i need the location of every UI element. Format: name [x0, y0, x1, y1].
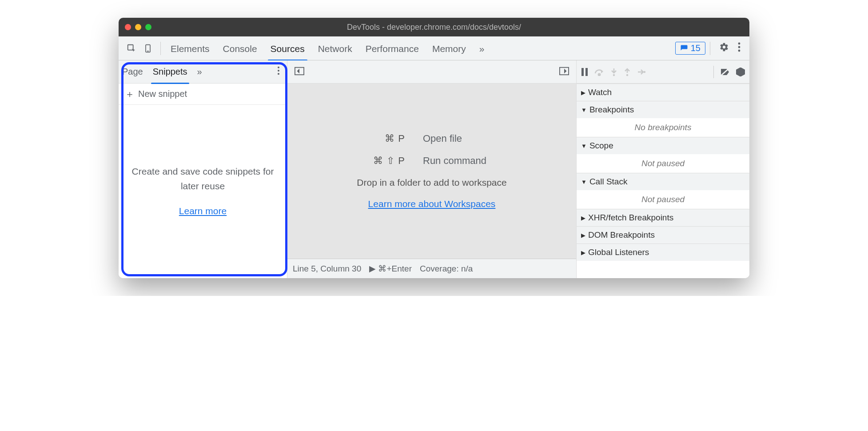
- snippets-empty-text: Create and save code snippets for later …: [131, 164, 275, 193]
- issues-button[interactable]: 15: [675, 42, 705, 55]
- devtools-toolbar: Elements Console Sources Network Perform…: [119, 36, 749, 60]
- run-shortcut[interactable]: ▶ ⌘+Enter: [369, 263, 412, 274]
- titlebar: DevTools - developer.chrome.com/docs/dev…: [119, 18, 749, 36]
- svg-point-13: [598, 73, 600, 75]
- svg-point-5: [738, 50, 741, 52]
- sidebar-kebab-icon[interactable]: [274, 64, 283, 79]
- devtools-window: DevTools - developer.chrome.com/docs/dev…: [119, 18, 749, 278]
- workspace-drop-hint: Drop in a folder to add to workspace: [357, 177, 506, 188]
- svg-point-3: [738, 43, 741, 45]
- snippets-empty-state: Create and save code snippets for later …: [119, 105, 287, 278]
- step-over-icon[interactable]: [594, 68, 604, 76]
- shortcut-desc: Run command: [423, 155, 521, 167]
- debugger-pane: ▶Watch ▼Breakpoints No breakpoints ▼Scop…: [576, 60, 749, 278]
- svg-point-4: [738, 46, 741, 48]
- shortcut-keys: ⌘ ⇧ P: [343, 155, 405, 167]
- shortcut-runcommand: ⌘ ⇧ P Run command: [343, 155, 521, 167]
- section-callstack[interactable]: ▼Call Stack: [577, 173, 749, 190]
- shortcut-desc: Open file: [423, 133, 521, 144]
- tab-elements[interactable]: Elements: [171, 38, 210, 59]
- svg-point-14: [613, 74, 615, 76]
- svg-point-7: [278, 70, 279, 72]
- sources-sidebar: Page Snippets » ＋ New snippet Create and…: [119, 60, 287, 278]
- close-icon[interactable]: [125, 24, 131, 30]
- deactivate-breakpoints-icon[interactable]: [720, 68, 730, 76]
- svg-point-15: [626, 74, 628, 76]
- callstack-empty: Not paused: [577, 190, 749, 209]
- window-title: DevTools - developer.chrome.com/docs/dev…: [119, 23, 749, 32]
- maximize-icon[interactable]: [145, 24, 151, 30]
- section-breakpoints[interactable]: ▼Breakpoints: [577, 101, 749, 118]
- nav-back-icon[interactable]: [292, 65, 307, 79]
- pause-icon[interactable]: [581, 68, 588, 76]
- section-watch[interactable]: ▶Watch: [577, 84, 749, 101]
- svg-rect-19: [740, 70, 741, 72]
- section-scope[interactable]: ▼Scope: [577, 137, 749, 154]
- sidebar-more-tabs-icon[interactable]: »: [197, 67, 202, 77]
- sidebar-tab-page[interactable]: Page: [122, 61, 143, 82]
- nav-forward-icon[interactable]: [557, 65, 572, 79]
- workspace-learn-more-link[interactable]: Learn more about Workspaces: [368, 199, 496, 209]
- editor-footer: Line 5, Column 30 ▶ ⌘+Enter Coverage: n/…: [287, 259, 576, 278]
- sidebar-tab-snippets[interactable]: Snippets: [153, 61, 187, 82]
- issues-count: 15: [691, 43, 701, 53]
- svg-rect-11: [581, 68, 584, 76]
- section-xhr-breakpoints[interactable]: ▶XHR/fetch Breakpoints: [577, 209, 749, 226]
- more-tabs-icon[interactable]: »: [479, 38, 485, 59]
- tab-sources[interactable]: Sources: [271, 38, 305, 59]
- svg-rect-12: [585, 68, 588, 76]
- step-out-icon[interactable]: [624, 68, 631, 76]
- svg-point-16: [644, 71, 645, 72]
- svg-rect-20: [740, 73, 741, 75]
- more-menu-icon[interactable]: [733, 40, 745, 57]
- scope-empty: Not paused: [577, 154, 749, 173]
- pause-exceptions-icon[interactable]: [736, 68, 745, 76]
- svg-point-6: [278, 67, 279, 68]
- minimize-icon[interactable]: [135, 24, 141, 30]
- settings-icon[interactable]: [715, 40, 733, 57]
- editor-tabstrip: [287, 60, 576, 84]
- panel-tabs: Elements Console Sources Network Perform…: [171, 38, 484, 59]
- sidebar-tabs: Page Snippets »: [119, 60, 287, 84]
- section-dom-breakpoints[interactable]: ▶DOM Breakpoints: [577, 226, 749, 243]
- debugger-toolbar: [577, 60, 749, 84]
- step-into-icon[interactable]: [610, 68, 617, 76]
- snippets-learn-more-link[interactable]: Learn more: [179, 204, 227, 219]
- inspect-element-icon[interactable]: [123, 41, 140, 56]
- breakpoints-empty: No breakpoints: [577, 118, 749, 137]
- tab-memory[interactable]: Memory: [432, 38, 466, 59]
- new-snippet-label: New snippet: [138, 89, 187, 99]
- tab-performance[interactable]: Performance: [366, 38, 419, 59]
- traffic-lights: [125, 24, 151, 30]
- shortcut-keys: ⌘ P: [343, 133, 405, 144]
- tab-console[interactable]: Console: [223, 38, 257, 59]
- svg-point-8: [278, 73, 279, 75]
- device-toggle-icon[interactable]: [140, 41, 156, 56]
- section-global-listeners[interactable]: ▶Global Listeners: [577, 243, 749, 261]
- plus-icon: ＋: [125, 89, 135, 99]
- tab-network[interactable]: Network: [318, 38, 352, 59]
- editor-pane: ⌘ P Open file ⌘ ⇧ P Run command Drop in …: [287, 60, 576, 278]
- shortcut-openfile: ⌘ P Open file: [343, 133, 521, 144]
- coverage-status: Coverage: n/a: [420, 264, 473, 274]
- new-snippet-button[interactable]: ＋ New snippet: [119, 84, 287, 105]
- step-icon[interactable]: [637, 68, 646, 76]
- cursor-position: Line 5, Column 30: [293, 264, 361, 274]
